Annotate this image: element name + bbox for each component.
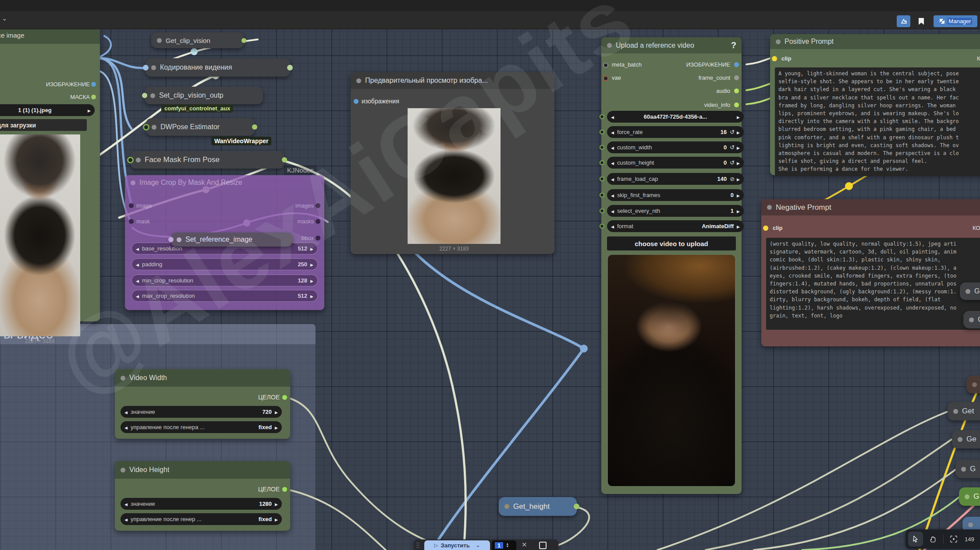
input-vae-port[interactable]	[603, 76, 608, 81]
cancel-run-icon[interactable]: ✕	[522, 541, 527, 549]
widget-control-after-generate[interactable]: управление после генера ...fixed	[121, 421, 282, 433]
node-right-edge-2[interactable]: Get	[948, 402, 980, 420]
collapse-dot-icon[interactable]	[953, 409, 958, 414]
output-image-port[interactable]	[734, 62, 739, 67]
node-face-mask-from-pose[interactable]: Face Mask From Pose	[130, 151, 284, 169]
stop-icon[interactable]	[539, 542, 547, 549]
output-bbox-port[interactable]	[316, 236, 320, 240]
widget-input-dot[interactable]	[600, 224, 604, 229]
widget-input-dot[interactable]	[600, 160, 604, 165]
node-brown[interactable]	[966, 376, 980, 393]
input-meta-batch-port[interactable]	[603, 63, 608, 68]
node-negative-prompt-header[interactable]: Negative Prompt	[761, 199, 980, 215]
output-image-port[interactable]	[91, 82, 96, 87]
app-logo-button[interactable]	[897, 15, 910, 27]
node-video-height[interactable]: Video Height ЦЕЛОЕ значение1280 управлен…	[115, 461, 290, 531]
widget-input-dot[interactable]	[600, 145, 604, 150]
node-positive-prompt-header[interactable]: Positive Prompt	[770, 34, 980, 49]
collapse-dot-icon[interactable]	[152, 125, 156, 130]
collapsed-output-port[interactable]	[252, 124, 257, 130]
node-video-width-header[interactable]: Video Width	[115, 369, 290, 387]
widget-value[interactable]: значение720	[121, 406, 282, 418]
collapse-dot-icon[interactable]	[966, 289, 970, 294]
run-button[interactable]: ▷ Запустить ⌄	[424, 540, 490, 550]
collapsed-input-port[interactable]	[127, 157, 134, 163]
node-preview-image[interactable]: Предварительный просмотр изобра... изобр…	[351, 72, 554, 254]
widget-frame-load-cap[interactable]: frame_load_cap140⊘	[607, 173, 744, 185]
collapsed-output-port[interactable]	[574, 504, 579, 509]
upload-file-button[interactable]: файл для загрузки	[0, 119, 87, 131]
widget-format[interactable]: formatAnimateDiff	[607, 220, 744, 232]
batch-count-value[interactable]: 1	[495, 542, 503, 549]
output-mask-port[interactable]	[91, 95, 96, 99]
output-audio-port[interactable]	[734, 88, 739, 93]
collapsed-output-port[interactable]	[282, 157, 287, 162]
widget-value[interactable]: значение1280	[121, 498, 282, 510]
output-images-port[interactable]	[316, 203, 320, 208]
output-int-port[interactable]	[282, 487, 287, 492]
drag-handle-icon[interactable]: •• •• ••	[416, 542, 422, 548]
output-int-port[interactable]	[282, 395, 287, 400]
fit-view-button[interactable]	[948, 533, 959, 545]
widget-input-dot[interactable]	[600, 193, 604, 197]
collapse-dot-icon[interactable]	[121, 376, 125, 381]
collapsed-input-port[interactable]	[143, 65, 149, 71]
input-clip-port[interactable]	[772, 56, 777, 61]
node-right-edge-4[interactable]: G	[955, 460, 980, 478]
node-negative-prompt[interactable]: Negative Prompt clip КОНДИЦИОНИРО (worst…	[761, 199, 980, 346]
input-clip-port[interactable]	[763, 226, 768, 231]
collapse-dot-icon[interactable]	[965, 494, 969, 499]
collapsed-input-port[interactable]	[143, 124, 149, 130]
widget-custom-width[interactable]: custom_width0↺	[607, 141, 744, 153]
input-images-port[interactable]	[354, 99, 359, 104]
bookmark-button[interactable]	[913, 15, 930, 27]
collapsed-output-port[interactable]	[287, 65, 293, 71]
widget-custom-height[interactable]: custom_height0↺	[607, 157, 744, 169]
collapsed-input-port[interactable]	[168, 237, 174, 242]
node-set-reference-image[interactable]: Set_reference_image	[171, 233, 293, 247]
node-get-height[interactable]: Get_height	[499, 497, 577, 516]
collapse-dot-icon[interactable]	[151, 65, 156, 70]
collapse-dot-icon[interactable]	[961, 467, 966, 472]
input-image-port[interactable]	[129, 203, 134, 208]
widget-padding[interactable]: padding250	[131, 258, 318, 270]
stepper-down-icon[interactable]: ▼	[506, 545, 509, 548]
collapse-dot-icon[interactable]	[157, 38, 162, 43]
file-combo[interactable]: 60aa472f-725d-4356-a...	[607, 111, 744, 123]
collapse-dot-icon[interactable]	[131, 180, 135, 185]
no-reset-icon[interactable]: ⊘	[730, 176, 735, 182]
collapse-dot-icon[interactable]	[150, 93, 155, 98]
reset-icon[interactable]: ↺	[730, 129, 735, 135]
collapse-dot-icon[interactable]	[776, 39, 781, 44]
widget-input-dot[interactable]	[600, 130, 604, 134]
node-get-clip-vision[interactable]: Get_clip_vision	[151, 32, 244, 48]
node-encode-vision[interactable]: Кодирование видения	[146, 58, 290, 77]
combo-next-icon[interactable]	[88, 107, 91, 113]
collapse-dot-icon[interactable]	[136, 158, 141, 162]
collapse-dot-icon[interactable]	[969, 317, 974, 322]
topbar-collapse-icon[interactable]: ⌄	[2, 15, 7, 21]
select-tool-button[interactable]	[908, 532, 923, 546]
widget-control-after-generate[interactable]: управление после генер ...fixed	[121, 513, 282, 525]
batch-count-stepper[interactable]: 1 ▲▼	[492, 540, 516, 550]
reference-video-preview[interactable]	[608, 255, 735, 486]
collapse-dot-icon[interactable]	[121, 468, 125, 472]
help-icon[interactable]: ?	[731, 40, 736, 50]
negative-prompt-text[interactable]: (worst quality, low quality, normal qual…	[766, 238, 980, 330]
node-right-edge-0[interactable]: Ge	[960, 282, 980, 300]
choose-video-button[interactable]: choose video to upload	[607, 236, 736, 250]
positive-prompt-text[interactable]: A young, light-skinned woman is the cent…	[775, 67, 980, 176]
node-video-height-header[interactable]: Video Height	[115, 461, 290, 479]
widget-input-dot[interactable]	[600, 114, 604, 119]
widget-force-rate[interactable]: force_rate16↺	[607, 126, 744, 138]
widget-input-dot[interactable]	[600, 208, 604, 213]
node-right-edge-5[interactable]: G	[959, 487, 980, 506]
node-upload-reference-video[interactable]: Upload a reference video ? meta_batch va…	[601, 37, 742, 494]
output-masks-port[interactable]	[316, 219, 320, 224]
collapse-dot-icon[interactable]	[607, 43, 612, 48]
collapsed-output-port[interactable]	[241, 38, 246, 43]
collapse-dot-icon[interactable]	[356, 78, 361, 83]
collapse-dot-icon[interactable]	[767, 205, 772, 210]
collapse-dot-icon[interactable]	[177, 237, 181, 242]
node-video-width[interactable]: Video Width ЦЕЛОЕ значение720 управление…	[115, 369, 290, 439]
